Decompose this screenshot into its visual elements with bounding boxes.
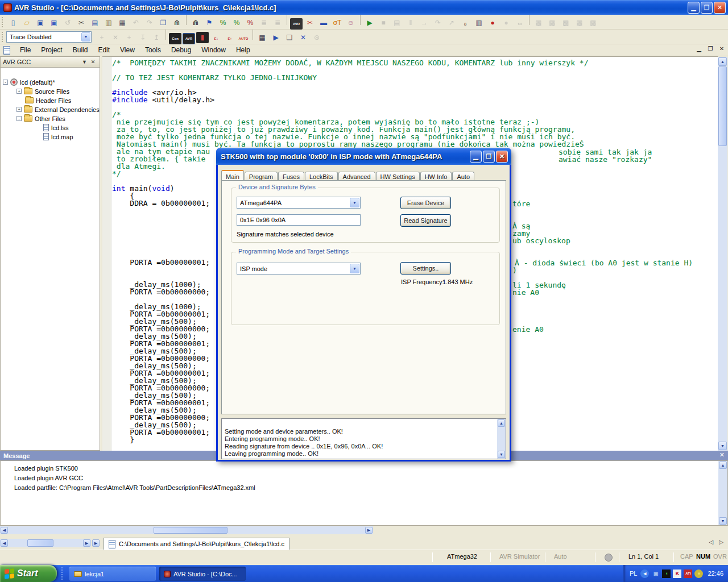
- kaspersky-tray-icon[interactable]: K: [673, 569, 681, 578]
- menu-view[interactable]: View: [115, 45, 140, 55]
- new-grid-icon[interactable]: ▦: [256, 32, 268, 43]
- tree-item-header-files[interactable]: Header Files: [16, 96, 71, 105]
- dialog-maximize-button[interactable]: ❐: [483, 151, 495, 163]
- next-bookmark-icon[interactable]: %: [230, 17, 243, 28]
- expand-icon[interactable]: +: [16, 107, 22, 112]
- panel-menu-chevron-icon[interactable]: ▼: [80, 59, 89, 65]
- autostep-icon[interactable]: ▥: [473, 17, 485, 28]
- scroll-left-icon[interactable]: ◀: [1, 539, 8, 547]
- tree-item-source-files[interactable]: +Source Files: [16, 87, 69, 95]
- scroll-up-icon[interactable]: ▲: [719, 462, 727, 469]
- settings-button[interactable]: Settings..: [400, 262, 451, 275]
- erase-device-button[interactable]: Erase Device: [400, 197, 451, 209]
- mdi-restore-button[interactable]: ❐: [706, 45, 714, 52]
- chevron-down-icon[interactable]: ▼: [350, 264, 359, 273]
- log-vscrollbar[interactable]: ▲ ▼: [497, 419, 506, 459]
- tray-collapse-chevron-icon[interactable]: ◂: [640, 569, 649, 578]
- expand-icon[interactable]: +: [16, 89, 22, 94]
- editor-hscrollbar[interactable]: ◀ ▶: [0, 539, 91, 547]
- menu-help[interactable]: Help: [231, 45, 255, 55]
- assemble-and-run-icon[interactable]: ✂: [304, 17, 316, 28]
- toggle-bookmark-icon[interactable]: %: [217, 17, 229, 28]
- scroll-up-icon[interactable]: ▲: [498, 419, 505, 427]
- volume-tray-icon[interactable]: ●: [694, 569, 703, 578]
- restore-button[interactable]: ❐: [701, 2, 713, 14]
- tree-item-lcd-default[interactable]: -lcd (default)*: [3, 78, 55, 86]
- connect-dialog-icon[interactable]: Con: [169, 33, 181, 44]
- debug-platform-icon[interactable]: ☺: [345, 17, 357, 28]
- tree-item-other-files[interactable]: -Other Files: [16, 114, 65, 123]
- cut-icon[interactable]: ✂: [75, 17, 88, 28]
- collapse-icon[interactable]: -: [3, 80, 8, 85]
- message-close-icon[interactable]: ✕: [719, 451, 725, 459]
- chevron-down-icon[interactable]: ▼: [81, 32, 90, 41]
- message-vscrollbar[interactable]: ▲ ▼: [718, 461, 727, 525]
- scroll-down-icon[interactable]: ▼: [719, 517, 727, 525]
- ot-icon[interactable]: σΤ: [331, 17, 344, 28]
- chip-erase-icon[interactable]: ▮: [196, 32, 209, 43]
- mdi-minimize-button[interactable]: ▁: [695, 45, 703, 52]
- message-hscroll-thumb[interactable]: [154, 527, 228, 534]
- task-button-2[interactable]: AVR Studio - [C:\Doc...: [159, 567, 246, 581]
- minimize-button[interactable]: ▁: [688, 2, 700, 14]
- toolbar-grip[interactable]: [2, 17, 5, 27]
- trace-combo[interactable]: Trace Disabled ▼: [6, 31, 92, 43]
- read-signature-button[interactable]: Read Signature: [400, 214, 451, 227]
- cascade-windows-icon[interactable]: ❐: [157, 17, 169, 28]
- copy-icon[interactable]: ▤: [89, 17, 101, 28]
- editor-hscroll-thumb[interactable]: [27, 539, 53, 547]
- scroll-right-icon[interactable]: ▶: [365, 527, 373, 534]
- save-all-icon[interactable]: ▣: [48, 17, 60, 28]
- collapse-icon[interactable]: -: [16, 116, 22, 121]
- run-grid-icon[interactable]: ▶: [270, 32, 282, 43]
- message-hscrollbar[interactable]: ◀ ▶: [0, 526, 373, 534]
- scroll-down-icon[interactable]: ▼: [718, 442, 727, 450]
- save-icon[interactable]: ▣: [34, 17, 47, 28]
- write-eeprom-icon[interactable]: E↓: [210, 33, 222, 44]
- editor-vscrollbar[interactable]: ▲ ▼: [718, 57, 727, 451]
- menu-project[interactable]: Project: [36, 45, 67, 55]
- device-combo[interactable]: ATmega644PA ▼: [237, 197, 361, 209]
- language-indicator[interactable]: PL: [630, 570, 637, 577]
- tab-scroll-right-icon[interactable]: ▷: [719, 539, 723, 545]
- signature-field[interactable]: 0x1E 0x96 0x0A: [237, 214, 361, 226]
- chevron-down-icon[interactable]: ▼: [350, 198, 359, 207]
- tree-item-lcd-map[interactable]: lcd.map: [35, 132, 73, 141]
- avr-programmer-icon[interactable]: AVR: [183, 33, 195, 44]
- menu-file[interactable]: File: [15, 45, 36, 55]
- read-eeprom-icon[interactable]: E↑: [224, 33, 236, 44]
- clear-bookmarks-icon[interactable]: %: [244, 17, 257, 28]
- tree-item-external-dependencies[interactable]: +External Dependencies: [16, 105, 100, 114]
- mode-combo[interactable]: ISP mode ▼: [237, 263, 361, 275]
- editor-margin[interactable]: [102, 57, 111, 451]
- scroll-right-icon[interactable]: ▶: [83, 539, 90, 547]
- dialog-close-button[interactable]: ✕: [496, 151, 508, 163]
- find-icon[interactable]: ⋒: [189, 17, 202, 28]
- paste-icon[interactable]: ▥: [102, 17, 115, 28]
- ati-tray-icon[interactable]: ATI: [684, 569, 692, 578]
- start-button[interactable]: Start: [0, 565, 57, 582]
- tree-item-lcd-lss[interactable]: lcd.lss: [35, 123, 69, 132]
- print-icon[interactable]: ▦: [116, 17, 129, 28]
- find-in-files-icon[interactable]: ⋒: [171, 17, 183, 28]
- tab-scroll-left-icon[interactable]: ◁: [709, 539, 714, 545]
- bookmark-flag-icon[interactable]: ⚑: [203, 17, 216, 28]
- run-to-cursor-icon[interactable]: {}: [459, 18, 471, 30]
- auto-program-icon[interactable]: AUTO: [237, 33, 250, 44]
- close-view-icon[interactable]: ✕: [297, 32, 309, 43]
- dialog-minimize-button[interactable]: ▁: [470, 151, 482, 163]
- task-button-1[interactable]: lekcja1: [69, 567, 156, 581]
- editor-vscroll-thumb[interactable]: [718, 66, 727, 146]
- open-file-icon[interactable]: ▱: [20, 17, 33, 28]
- panel-close-icon[interactable]: ✕: [89, 59, 97, 65]
- device-chip-icon[interactable]: ▬: [317, 17, 330, 28]
- graphics-tray-icon[interactable]: ◖: [662, 569, 671, 578]
- stack-monitor-icon[interactable]: ❏: [283, 32, 296, 43]
- document-tab[interactable]: C:\Documents and Settings\J-Bo\Pulpit\ku…: [104, 538, 289, 550]
- network-tray-icon[interactable]: ▣: [651, 569, 660, 578]
- scroll-left-icon[interactable]: ◀: [1, 527, 8, 534]
- menu-tools[interactable]: Tools: [140, 45, 166, 55]
- menu-build[interactable]: Build: [68, 45, 93, 55]
- mdi-close-button[interactable]: ✕: [718, 45, 726, 52]
- close-button[interactable]: ✕: [714, 2, 726, 14]
